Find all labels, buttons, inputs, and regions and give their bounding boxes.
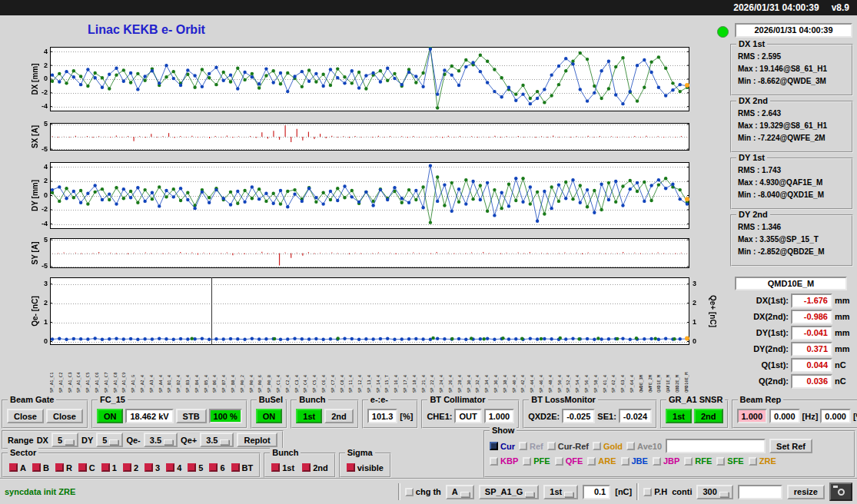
- x-axis-label: QBD2E_M: [676, 349, 680, 393]
- x-axis-label: SP_C2_4: [286, 349, 291, 393]
- checkbox-indicator[interactable]: [587, 457, 596, 466]
- x-axis-label: SP_C3_4: [295, 349, 300, 393]
- region-checkbox-qfe[interactable]: QFE: [555, 456, 583, 466]
- sector-checkbox-bt[interactable]: BT: [231, 463, 254, 472]
- stats-group-title: DX 1st: [736, 39, 767, 48]
- checkbox-indicator[interactable]: [9, 463, 18, 472]
- screenshot-button[interactable]: [829, 482, 852, 501]
- region-checkbox-are[interactable]: ARE: [587, 456, 616, 466]
- show-checkbox-ave10[interactable]: Ave10: [626, 442, 662, 451]
- x-axis-label: SP_14_4: [377, 349, 381, 393]
- range-dy-dropdown[interactable]: 5: [96, 433, 123, 447]
- checkbox-indicator[interactable]: [593, 442, 601, 450]
- gr-a1-2nd-button[interactable]: 2nd: [694, 409, 723, 423]
- region-checkbox-kbp[interactable]: KBP: [490, 456, 518, 466]
- checkbox-indicator[interactable]: [347, 463, 355, 472]
- checkbox-indicator[interactable]: [302, 463, 311, 472]
- threshold-a-dropdown[interactable]: A: [446, 485, 474, 499]
- fc15-stb-button[interactable]: STB: [176, 409, 207, 423]
- checkbox-indicator[interactable]: [32, 463, 41, 472]
- group-title: BuSel: [257, 395, 285, 404]
- x-axis-label: SP_A1_C1: [50, 349, 55, 393]
- sector-checkbox-6[interactable]: 6: [209, 463, 224, 472]
- checkbox-indicator[interactable]: [490, 457, 498, 466]
- checkbox-indicator[interactable]: [188, 463, 196, 472]
- checkbox-indicator[interactable]: [519, 442, 527, 450]
- checkbox-indicator[interactable]: [653, 457, 661, 466]
- show-checkbox-ref[interactable]: Ref: [519, 442, 543, 451]
- checkbox-indicator[interactable]: [231, 463, 240, 472]
- checkbox-indicator[interactable]: [749, 457, 757, 466]
- show-checkbox-cur-ref[interactable]: Cur-Ref: [547, 442, 589, 451]
- checkbox-label: BT: [242, 463, 254, 472]
- checkbox-indicator[interactable]: [716, 457, 725, 466]
- bunch-checkbox-2nd[interactable]: 2nd: [302, 463, 328, 472]
- checkbox-indicator[interactable]: [643, 488, 652, 496]
- checkbox-label: Ref: [530, 442, 543, 451]
- x-axis-label: QMD10E_M: [685, 349, 689, 393]
- checkbox-indicator[interactable]: [144, 463, 153, 472]
- checkbox-indicator[interactable]: [166, 463, 174, 472]
- range-dx-dropdown[interactable]: 5: [51, 433, 78, 447]
- group-title: Beam Rep: [738, 395, 784, 404]
- bunch-checkbox-1st[interactable]: 1st: [271, 463, 294, 472]
- sector-checkbox-5[interactable]: 5: [188, 463, 203, 472]
- sector-checkbox-r[interactable]: R: [55, 463, 72, 472]
- sector-checkbox-4[interactable]: 4: [166, 463, 181, 472]
- sector-checkbox-1[interactable]: 1: [101, 463, 117, 472]
- checkbox-indicator[interactable]: [78, 463, 87, 472]
- bpm-select-dropdown[interactable]: SP_A1_G: [479, 485, 540, 499]
- busel-on-button[interactable]: ON: [256, 409, 283, 423]
- checkbox-indicator[interactable]: [684, 457, 693, 466]
- range-qe-plus-dropdown[interactable]: 3.5: [200, 433, 234, 447]
- bunch-select-dropdown[interactable]: 1st: [543, 485, 578, 499]
- checkbox-label: visible: [357, 463, 384, 472]
- region-checkbox-jbe[interactable]: JBE: [621, 456, 648, 466]
- fc15-on-button[interactable]: ON: [97, 409, 124, 423]
- checkbox-indicator[interactable]: [547, 442, 556, 450]
- set-ref-input[interactable]: [666, 439, 766, 453]
- beam-gate-close-2-button[interactable]: Close: [46, 409, 83, 423]
- checkbox-indicator[interactable]: [123, 463, 131, 472]
- checkbox-indicator[interactable]: [523, 457, 531, 466]
- checkbox-indicator[interactable]: [621, 457, 629, 466]
- sigma-checkbox-visible[interactable]: visible: [347, 463, 384, 472]
- sector-checkbox-c[interactable]: C: [78, 463, 95, 472]
- region-checkbox-rfe[interactable]: RFE: [684, 456, 712, 466]
- statusbar-input[interactable]: [738, 485, 782, 499]
- set-ref-button[interactable]: Set Ref: [769, 439, 812, 453]
- bunch-2nd-button[interactable]: 2nd: [324, 409, 354, 423]
- sector-checkbox-b[interactable]: B: [32, 463, 49, 472]
- region-checkbox-sfe[interactable]: SFE: [716, 456, 743, 466]
- checkbox-indicator[interactable]: [555, 457, 563, 466]
- region-checkbox-zre[interactable]: ZRE: [749, 456, 776, 466]
- region-checkbox-pfe[interactable]: PFE: [523, 456, 550, 466]
- range-qe-minus-dropdown[interactable]: 3.5: [144, 433, 178, 447]
- checkbox-indicator[interactable]: [405, 488, 414, 496]
- sector-checkbox-3[interactable]: 3: [144, 463, 160, 472]
- chg-th-checkbox[interactable]: chg th: [405, 487, 441, 496]
- bt-loss-label-1: QXD2E:: [528, 412, 560, 421]
- checkbox-indicator[interactable]: [271, 463, 280, 472]
- checkbox-indicator[interactable]: [55, 463, 64, 472]
- resize-button[interactable]: resize: [787, 485, 825, 499]
- status-led-icon: [717, 26, 729, 38]
- show-checkbox-cur[interactable]: Cur: [490, 442, 515, 451]
- checkbox-indicator[interactable]: [490, 442, 498, 450]
- checkbox-indicator[interactable]: [626, 442, 635, 450]
- show-checkbox-gold[interactable]: Gold: [593, 442, 623, 451]
- gr-a1-1st-button[interactable]: 1st: [666, 409, 692, 423]
- checkbox-indicator[interactable]: [101, 463, 110, 472]
- interval-dropdown[interactable]: 300: [696, 485, 732, 499]
- checkbox-indicator[interactable]: [209, 463, 218, 472]
- region-checkbox-jbp[interactable]: JBP: [653, 456, 679, 466]
- ph-checkbox[interactable]: P.H: [643, 487, 667, 496]
- x-axis-label: QXD1E_M: [657, 349, 662, 393]
- replot-button[interactable]: Replot: [237, 433, 277, 447]
- x-axis-label: SP_R0_2: [241, 349, 245, 393]
- beam-gate-close-1-button[interactable]: Close: [7, 409, 44, 423]
- x-axis-label: SP_11_4: [349, 349, 354, 393]
- sector-checkbox-a[interactable]: A: [9, 463, 26, 472]
- bunch-1st-button[interactable]: 1st: [296, 409, 322, 423]
- sector-checkbox-2[interactable]: 2: [123, 463, 138, 472]
